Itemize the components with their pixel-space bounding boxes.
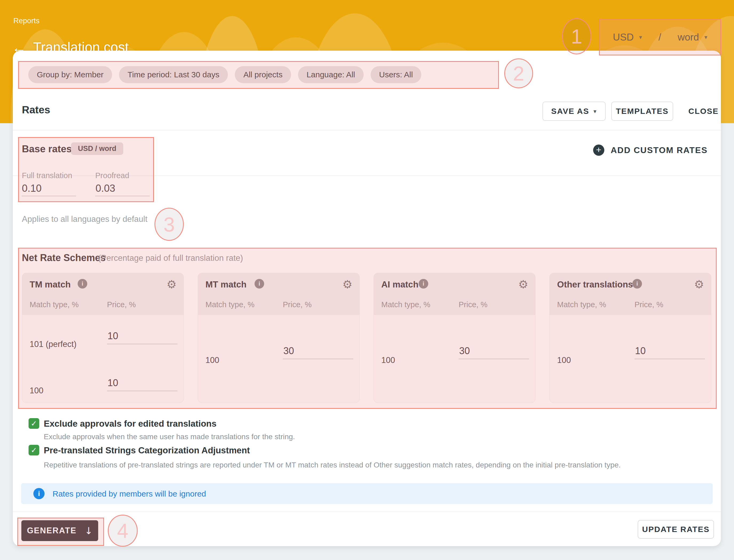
gear-icon[interactable]: ⚙ — [694, 278, 704, 291]
match-type-value: 101 (perfect) — [30, 339, 77, 349]
card-header: TM match i ⚙ Match type, % Price, % — [22, 273, 183, 315]
chevron-down-icon: ▾ — [704, 34, 707, 41]
proofread-label: Proofread — [95, 171, 129, 180]
card-header: Other translations i ⚙ Match type, % Pri… — [550, 273, 711, 315]
info-icon[interactable]: i — [254, 279, 264, 289]
card-title: AI match — [381, 279, 419, 290]
base-rates-unit-badge: USD / word — [71, 142, 123, 155]
unit-value[interactable]: word — [678, 32, 699, 43]
info-icon: i — [33, 488, 45, 499]
price-column-header: Price, % — [107, 300, 136, 309]
info-icon[interactable]: i — [632, 279, 642, 289]
match-type-value: 100 — [30, 386, 43, 395]
base-rates-note: Applies to all languages by default — [22, 214, 147, 224]
exclude-approvals-label: Exclude approvals for edited translation… — [44, 419, 216, 429]
pretranslated-adjustment-description: Repetitive translations of pre-translate… — [44, 461, 621, 469]
net-rate-card-mt-match: MT match i ⚙ Match type, % Price, % 100 — [198, 273, 359, 403]
add-custom-rates-button[interactable]: + ADD CUSTOM RATES — [593, 145, 708, 156]
price-column-header: Price, % — [459, 300, 488, 309]
rate-row: 100 — [557, 345, 704, 375]
currency-value[interactable]: USD — [613, 32, 634, 43]
card-title: MT match — [205, 279, 246, 290]
breadcrumb[interactable]: Reports — [13, 17, 39, 25]
card-header: MT match i ⚙ Match type, % Price, % — [198, 273, 359, 315]
update-rates-button[interactable]: UPDATE RATES — [638, 520, 714, 539]
info-banner-text: Rates provided by members will be ignore… — [53, 489, 206, 498]
checkbox-pretranslated-adjustment[interactable]: ✓ — [29, 445, 39, 455]
filter-chip-users[interactable]: Users: All — [371, 66, 422, 83]
card-header: AI match i ⚙ Match type, % Price, % — [374, 273, 535, 315]
net-rate-schemes-subtitle: (Percentage paid of full translation rat… — [98, 253, 243, 263]
rate-row: 100 — [381, 345, 528, 375]
gear-icon[interactable]: ⚙ — [342, 278, 352, 291]
templates-label: TEMPLATES — [616, 107, 668, 116]
net-rate-schemes-title: Net Rate Schemes — [22, 252, 106, 263]
divider — [13, 511, 721, 512]
checkbox-exclude-approvals[interactable]: ✓ — [29, 418, 39, 429]
price-input[interactable] — [635, 345, 705, 359]
exclude-approvals-description: Exclude approvals when the same user has… — [44, 433, 295, 441]
rate-row: 100 — [205, 345, 352, 375]
card-title: Other translations — [557, 279, 633, 290]
info-banner: i Rates provided by members will be igno… — [21, 483, 713, 504]
currency-select[interactable]: USD ▾ — [613, 32, 642, 43]
net-rate-card-other-translations: Other translations i ⚙ Match type, % Pri… — [549, 273, 711, 403]
card-title: TM match — [30, 279, 71, 290]
match-type-column-header: Match type, % — [381, 300, 431, 309]
save-as-button[interactable]: SAVE AS ▾ — [543, 102, 606, 121]
generate-button[interactable]: GENERATE ↓ — [21, 520, 98, 541]
generate-label: GENERATE — [27, 526, 77, 535]
filter-chip-time-period[interactable]: Time period: Last 30 days — [119, 66, 228, 83]
net-rate-card-tm-match: TM match i ⚙ Match type, % Price, % 101 … — [22, 273, 184, 403]
rate-row: 101 (perfect) — [30, 330, 177, 360]
filter-chips-row: Group by: Member Time period: Last 30 da… — [28, 66, 421, 83]
chevron-down-icon: ▾ — [639, 34, 642, 41]
filter-chip-language[interactable]: Language: All — [298, 66, 363, 83]
match-type-column-header: Match type, % — [557, 300, 606, 309]
chevron-down-icon: ▾ — [593, 108, 597, 115]
full-translation-input[interactable] — [22, 182, 76, 196]
price-column-header: Price, % — [635, 300, 663, 309]
match-type-column-header: Match type, % — [205, 300, 254, 309]
price-input[interactable] — [107, 377, 177, 391]
filter-chip-group-by[interactable]: Group by: Member — [28, 66, 112, 83]
price-column-header: Price, % — [283, 300, 311, 309]
info-icon[interactable]: i — [78, 279, 87, 289]
match-type-value: 100 — [205, 355, 219, 365]
add-custom-rates-label: ADD CUSTOM RATES — [611, 145, 708, 155]
unit-select[interactable]: word ▾ — [678, 32, 707, 43]
report-unit-selector: USD ▾ / word ▾ — [600, 20, 720, 54]
report-settings-card: Group by: Member Time period: Last 30 da… — [13, 51, 721, 546]
pretranslated-adjustment-label: Pre-translated Strings Categorization Ad… — [44, 445, 250, 455]
info-icon[interactable]: i — [419, 279, 428, 289]
gear-icon[interactable]: ⚙ — [518, 278, 528, 291]
proofread-input[interactable] — [95, 182, 150, 196]
divider — [13, 130, 721, 130]
rates-section-title: Rates — [22, 104, 50, 116]
price-input[interactable] — [107, 330, 177, 344]
unit-separator: / — [659, 32, 661, 43]
translation-cost-page: Reports ← Translation cost USD ▾ / word … — [0, 0, 734, 560]
match-type-value: 100 — [381, 355, 395, 365]
templates-button[interactable]: TEMPLATES — [611, 102, 673, 121]
base-rates-title: Base rates — [22, 143, 72, 155]
rate-row: 100 — [30, 377, 177, 407]
check-icon: ✓ — [31, 446, 37, 455]
match-type-value: 100 — [557, 355, 571, 365]
plus-icon: + — [593, 145, 604, 156]
full-translation-label: Full translation — [22, 171, 72, 180]
arrow-down-icon: ↓ — [85, 525, 93, 536]
check-icon: ✓ — [31, 419, 37, 428]
close-button[interactable]: CLOSE — [688, 102, 719, 121]
price-input[interactable] — [459, 345, 529, 359]
save-as-label: SAVE AS — [551, 107, 589, 116]
net-rate-card-ai-match: AI match i ⚙ Match type, % Price, % 100 — [374, 273, 536, 403]
filter-chip-projects[interactable]: All projects — [235, 66, 291, 83]
gear-icon[interactable]: ⚙ — [166, 278, 177, 291]
price-input[interactable] — [283, 345, 353, 359]
match-type-column-header: Match type, % — [30, 300, 79, 309]
